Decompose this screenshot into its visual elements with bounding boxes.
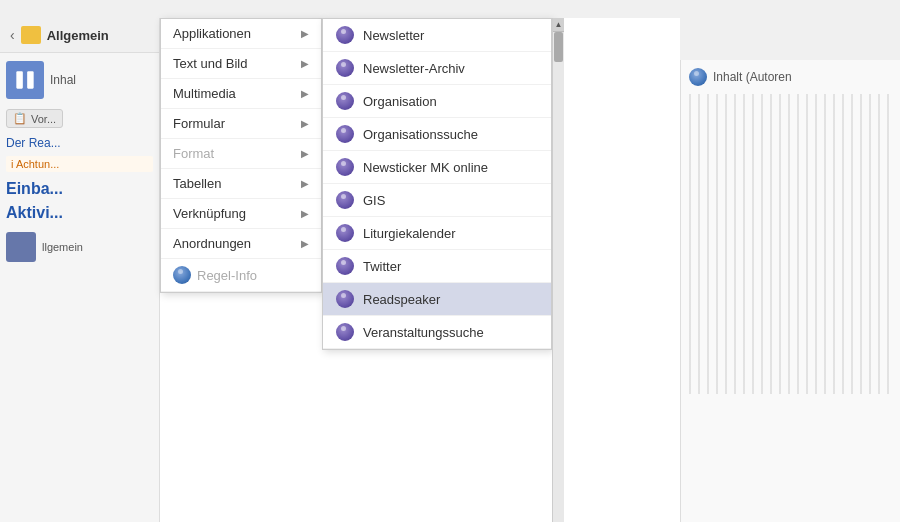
menu-sec-item-twitter[interactable]: Twitter — [323, 250, 551, 283]
plugin-icon-organisation — [335, 92, 355, 110]
vor-label: Vor... — [31, 113, 56, 125]
arrow-right-tabellen: ▶ — [301, 178, 309, 189]
menu-sec-item-newsletter[interactable]: Newsletter — [323, 19, 551, 52]
menu-item-label-multimedia: Multimedia — [173, 86, 236, 101]
plugin-icon-readspeaker — [335, 290, 355, 308]
menu-sec-label-readspeaker: Readspeaker — [363, 292, 440, 307]
menu-item-format: Format ▶ — [161, 139, 321, 169]
menu-scrollbar[interactable]: ▲ — [552, 18, 564, 522]
content-row-1: Inhal — [6, 61, 153, 99]
plugin-icon-newsletter — [335, 26, 355, 44]
menu-sec-label-newsticker: Newsticker MK online — [363, 160, 488, 175]
content-icon-svg-1 — [12, 67, 38, 93]
menu-item-verknuepfung[interactable]: Verknüpfung ▶ — [161, 199, 321, 229]
arrow-right-text-und-bild: ▶ — [301, 58, 309, 69]
left-nav: ‹ Allgemein Inhal 📋 Vor... Der Rea... i … — [0, 18, 160, 522]
menu-primary: Applikationen ▶ Text und Bild ▶ Multimed… — [160, 18, 322, 293]
arrow-right-formular: ▶ — [301, 118, 309, 129]
menu-item-tabellen[interactable]: Tabellen ▶ — [161, 169, 321, 199]
arrow-right-verknuepfung: ▶ — [301, 208, 309, 219]
menu-sec-item-liturgiekalender[interactable]: Liturgiekalender — [323, 217, 551, 250]
plugin-icon-veranstaltungssuche — [335, 323, 355, 341]
menu-item-label-verknuepfung: Verknüpfung — [173, 206, 246, 221]
menu-item-applikationen[interactable]: Applikationen ▶ — [161, 19, 321, 49]
right-panel-header: Inhalt (Autoren — [689, 68, 892, 86]
nav-back-arrow[interactable]: ‹ — [10, 27, 15, 43]
content-note-achtung: i Achtun... — [6, 156, 153, 172]
menu-sec-label-newsletter-archiv: Newsletter-Archiv — [363, 61, 465, 76]
menu-item-label-applikationen: Applikationen — [173, 26, 251, 41]
scrollbar-arrow-up[interactable]: ▲ — [553, 18, 564, 32]
nav-title: Allgemein — [47, 28, 109, 43]
menu-sec-label-newsletter: Newsletter — [363, 28, 424, 43]
vor-button[interactable]: 📋 Vor... — [6, 109, 63, 128]
globe-icon-regel-info — [173, 266, 191, 284]
content-einba[interactable]: Einba... — [6, 180, 153, 198]
menu-item-regel-info: Regel-Info — [161, 259, 321, 292]
menu-sec-item-newsticker[interactable]: Newsticker MK online — [323, 151, 551, 184]
scrollbar-thumb[interactable] — [554, 32, 563, 62]
menu-secondary: Newsletter Newsletter-Archiv Organisatio… — [322, 18, 552, 350]
striped-lines — [689, 94, 892, 394]
menu-sec-item-gis[interactable]: GIS — [323, 184, 551, 217]
svg-rect-0 — [16, 71, 22, 88]
plugin-icon-organisationssuche — [335, 125, 355, 143]
content-label-inhal: Inhal — [50, 73, 76, 87]
menu-item-label-format: Format — [173, 146, 214, 161]
folder-icon — [21, 26, 41, 44]
menu-sec-label-organisationssuche: Organisationssuche — [363, 127, 478, 142]
content-aktivi[interactable]: Aktivi... — [6, 204, 153, 222]
menu-sec-label-organisation: Organisation — [363, 94, 437, 109]
bottom-icon — [6, 232, 36, 262]
arrow-right-applikationen: ▶ — [301, 28, 309, 39]
content-row-2: 📋 Vor... — [6, 109, 153, 128]
plugin-icon-newsticker — [335, 158, 355, 176]
menu-item-label-regel-info: Regel-Info — [197, 268, 257, 283]
menu-item-text-und-bild[interactable]: Text und Bild ▶ — [161, 49, 321, 79]
menu-item-label-formular: Formular — [173, 116, 225, 131]
menu-sec-item-readspeaker[interactable]: Readspeaker — [323, 283, 551, 316]
menu-sec-item-newsletter-archiv[interactable]: Newsletter-Archiv — [323, 52, 551, 85]
plugin-icon-twitter — [335, 257, 355, 275]
arrow-right-multimedia: ▶ — [301, 88, 309, 99]
content-row-bottom: llgemein — [6, 232, 153, 262]
arrow-right-anordnungen: ▶ — [301, 238, 309, 249]
globe-icon-right — [689, 68, 707, 86]
menu-sec-label-veranstaltungssuche: Veranstaltungssuche — [363, 325, 484, 340]
bottom-label: llgemein — [42, 241, 83, 253]
vor-icon: 📋 — [13, 112, 27, 125]
menu-sec-label-gis: GIS — [363, 193, 385, 208]
content-icon-1 — [6, 61, 44, 99]
plugin-icon-liturgiekalender — [335, 224, 355, 242]
menu-item-label-text-und-bild: Text und Bild — [173, 56, 247, 71]
menu-item-multimedia[interactable]: Multimedia ▶ — [161, 79, 321, 109]
arrow-right-format: ▶ — [301, 148, 309, 159]
menu-sec-item-organisation[interactable]: Organisation — [323, 85, 551, 118]
plugin-icon-gis — [335, 191, 355, 209]
menu-sec-label-twitter: Twitter — [363, 259, 401, 274]
menu-sec-item-organisationssuche[interactable]: Organisationssuche — [323, 118, 551, 151]
plugin-icon-newsletter-archiv — [335, 59, 355, 77]
left-nav-header: ‹ Allgemein — [0, 18, 159, 53]
content-link-read[interactable]: Der Rea... — [6, 136, 153, 150]
menu-item-label-anordnungen: Anordnungen — [173, 236, 251, 251]
menu-item-formular[interactable]: Formular ▶ — [161, 109, 321, 139]
left-content-area: Inhal 📋 Vor... Der Rea... i Achtun... Ei… — [0, 53, 159, 270]
right-panel-title: Inhalt (Autoren — [713, 70, 792, 84]
right-panel: Inhalt (Autoren — [680, 60, 900, 522]
menu-item-label-tabellen: Tabellen — [173, 176, 221, 191]
menu-item-anordnungen[interactable]: Anordnungen ▶ — [161, 229, 321, 259]
menu-sec-label-liturgiekalender: Liturgiekalender — [363, 226, 456, 241]
svg-rect-1 — [27, 71, 33, 88]
menu-sec-item-veranstaltungssuche[interactable]: Veranstaltungssuche — [323, 316, 551, 349]
